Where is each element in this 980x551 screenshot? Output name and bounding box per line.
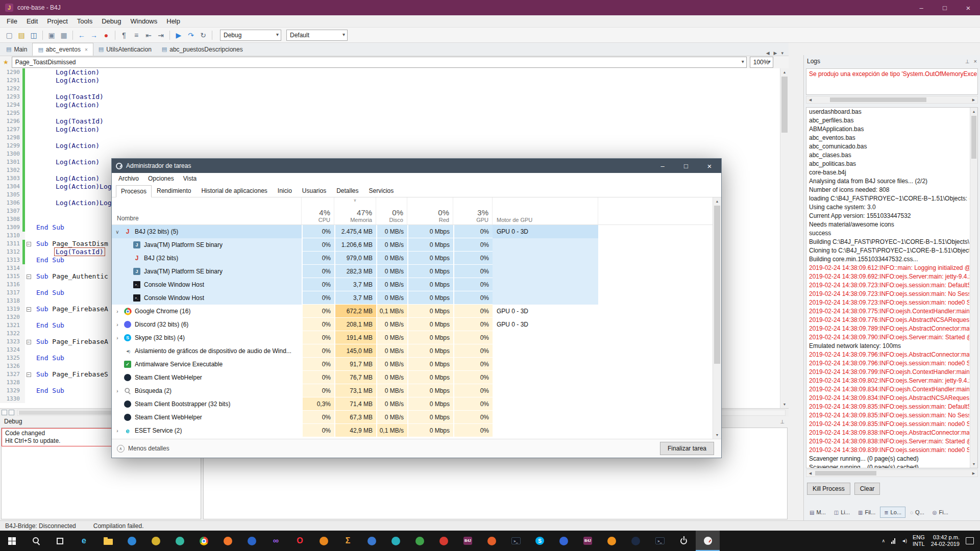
scroll-up-icon[interactable] [713, 197, 721, 205]
app-teal-icon[interactable] [384, 531, 408, 551]
tm-tab-historial-de-aplicaciones[interactable]: Historial de aplicaciones [196, 185, 272, 197]
menu-item-windows[interactable]: Windows [126, 16, 162, 27]
opera-icon[interactable]: O [288, 531, 312, 551]
chrome-icon[interactable] [192, 531, 216, 551]
navigate-forward-icon[interactable]: → [88, 29, 100, 41]
pin-icon[interactable] [965, 59, 970, 64]
new-file-icon[interactable]: ▢ [3, 29, 15, 41]
step-icon[interactable]: ↷ [185, 29, 197, 41]
splitter-grip2-icon[interactable] [9, 410, 14, 415]
save-icon[interactable]: ◫ [28, 29, 40, 41]
scroll-up-icon[interactable] [970, 108, 977, 115]
quick-search-tab[interactable]: ◌Q... [906, 507, 928, 518]
paste-icon[interactable]: ▦ [58, 29, 70, 41]
network-icon[interactable] [891, 538, 895, 544]
minimize-button[interactable] [910, 0, 933, 15]
build-config-select[interactable]: Debug [220, 30, 281, 41]
scroll-down-icon[interactable] [713, 431, 721, 439]
app-blue2-icon[interactable] [552, 531, 576, 551]
expand-icon[interactable]: › [112, 335, 123, 341]
tab-list-dropdown-icon[interactable] [781, 51, 783, 56]
steam-app-icon[interactable] [624, 531, 648, 551]
document-tab-UtilsAtenticacion[interactable]: ▤UtilsAtenticacion [93, 43, 157, 56]
expand-icon[interactable]: › [112, 428, 123, 434]
task-manager-icon[interactable] [696, 531, 720, 551]
modules-tab[interactable]: ▤M... [806, 507, 829, 518]
outdent-icon[interactable]: ⇤ [142, 29, 155, 41]
close-panel-icon[interactable] [974, 58, 977, 64]
thunderbird-icon[interactable] [240, 531, 264, 551]
app-orange-icon[interactable] [480, 531, 504, 551]
process-row[interactable]: ∨JB4J (32 bits) (5)0%2.475,4 MB0 MB/s0 M… [112, 225, 713, 238]
scroll-left-icon[interactable] [806, 471, 814, 475]
menu-item-help[interactable]: Help [162, 16, 185, 27]
process-row[interactable]: ◄)Aislamiento de gráficos de dispositivo… [112, 344, 713, 358]
code-line[interactable]: 1291Log(Action) [0, 77, 780, 85]
code-line[interactable]: 1290Log(Action) [0, 68, 780, 77]
collapse-icon[interactable] [27, 340, 31, 344]
scroll-thumb[interactable] [971, 116, 976, 159]
file-explorer-icon[interactable] [96, 531, 120, 551]
member-select[interactable]: Page_ToastDismissed [12, 57, 747, 68]
expand-icon[interactable]: ∨ [112, 229, 123, 235]
visual-studio-icon[interactable]: ∞ [264, 531, 288, 551]
code-line[interactable]: 1296Log(ToastId) [0, 117, 780, 126]
copy-icon[interactable]: ▣ [45, 29, 58, 41]
document-tab-Main[interactable]: ▤Main [1, 43, 32, 56]
error-horizontal-scrollbar[interactable] [806, 96, 978, 104]
menu-item-edit[interactable]: Edit [22, 16, 42, 27]
scroll-thumb[interactable] [815, 471, 876, 475]
indent-icon[interactable]: ⇥ [155, 29, 167, 41]
document-tab-abc_puestosDescripciones[interactable]: ▤abc_puestosDescripciones [157, 43, 248, 56]
hidden-icons-chevron-icon[interactable] [881, 538, 885, 543]
task-manager-window[interactable]: Administrador de tareas ArchivoOpcionesV… [111, 158, 722, 458]
editor-vertical-scrollbar[interactable] [780, 68, 789, 408]
scroll-right-icon[interactable] [970, 98, 977, 102]
ide-titlebar[interactable]: core-base - B4J [0, 0, 980, 15]
collapse-icon[interactable] [27, 372, 31, 377]
code-line[interactable]: 1295 [0, 109, 780, 117]
process-row[interactable]: ›eESET Service (2)0%42,9 MB0,1 MB/s0 Mbp… [112, 424, 713, 437]
app-blue-icon[interactable] [360, 531, 384, 551]
open-file-icon[interactable]: ▤ [15, 29, 28, 41]
scroll-up-icon[interactable] [780, 68, 789, 76]
process-row[interactable]: ›SSkype (32 bits) (4)0%191,4 MB0 MB/s0 M… [112, 331, 713, 344]
code-line[interactable]: 1294Log(Action) [0, 101, 780, 109]
column-header-gpu[interactable]: 3%GPU [453, 197, 493, 224]
code-line[interactable]: 1300 [0, 150, 780, 158]
code-line[interactable]: 1298 [0, 134, 780, 142]
scroll-down-icon[interactable] [970, 460, 977, 468]
close-tab-icon[interactable]: × [85, 47, 88, 53]
tm-close-button[interactable] [698, 159, 721, 173]
menu-item-project[interactable]: Project [42, 16, 72, 27]
scroll-thumb[interactable] [714, 206, 720, 364]
process-row[interactable]: ›Discord (32 bits) (6)0%208,1 MB0 MB/s0 … [112, 318, 713, 331]
logs-tab[interactable]: ≣Lo... [880, 507, 905, 518]
expand-icon[interactable]: › [112, 309, 123, 314]
tm-menu-vista[interactable]: Vista [179, 175, 201, 182]
b4a-icon[interactable] [600, 531, 624, 551]
format-icon[interactable]: ≡ [130, 29, 142, 41]
rebuild-icon[interactable]: ↻ [197, 29, 209, 41]
skype-app-icon[interactable]: S [528, 531, 552, 551]
end-task-button[interactable]: Finalizar tarea [660, 442, 714, 455]
start-button[interactable] [0, 531, 24, 551]
tm-vertical-scrollbar[interactable] [713, 197, 721, 439]
document-tab-abc_eventos[interactable]: ▤abc_eventos× [32, 43, 93, 56]
tm-tab-rendimiento[interactable]: Rendimiento [152, 185, 196, 197]
tm-tab-detalles[interactable]: Detalles [331, 185, 363, 197]
power-app-icon[interactable] [672, 531, 696, 551]
paint-icon[interactable] [144, 531, 168, 551]
stop-icon[interactable]: ● [100, 29, 112, 41]
column-header-cpu[interactable]: 4%CPU [302, 197, 334, 224]
collapse-icon[interactable] [27, 242, 31, 246]
clear-logs-button[interactable]: Clear [854, 483, 880, 495]
process-row[interactable]: JJava(TM) Platform SE binary0%1.206,6 MB… [112, 238, 713, 252]
task-view-icon[interactable] [48, 531, 72, 551]
volume-icon[interactable] [901, 538, 906, 543]
tm-menu-archivo[interactable]: Archivo [114, 175, 143, 182]
close-button[interactable] [957, 0, 980, 15]
tm-maximize-button[interactable] [674, 159, 698, 173]
clock[interactable]: 03:42 p.m. 24-02-2019 [931, 534, 960, 547]
kill-process-button[interactable]: Kill Process [807, 483, 850, 495]
